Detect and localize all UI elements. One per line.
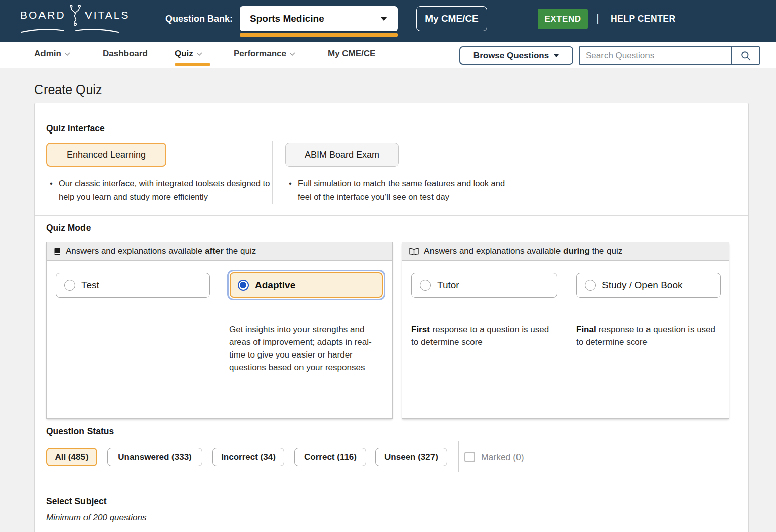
stethoscope-icon [68, 4, 83, 26]
question-bank-select[interactable]: Sports Medicine [240, 6, 398, 31]
create-quiz-card: Quiz Interface Enhanced Learning ABIM Bo… [34, 103, 749, 532]
open-book-icon [409, 248, 419, 255]
chevron-down-icon [380, 17, 387, 21]
adaptive-mode-option[interactable]: Adaptive [227, 270, 385, 300]
radio-unselected-icon[interactable] [64, 280, 75, 291]
study-description: Final response to a question is used to … [576, 323, 723, 348]
divider [35, 489, 748, 489]
question-status-heading: Question Status [46, 426, 114, 437]
status-filter-incorrect[interactable]: Incorrect (34) [212, 448, 284, 466]
divider [567, 261, 567, 418]
abim-board-exam-option[interactable]: ABIM Board Exam [285, 143, 399, 167]
help-center-link[interactable]: HELP CENTER [611, 14, 676, 24]
abim-description: Full simulation to match the same featur… [288, 176, 510, 204]
during-quiz-group: Answers and explanations available durin… [402, 242, 729, 419]
active-tab-underline [175, 63, 210, 66]
select-subject-heading: Select Subject [46, 496, 107, 507]
logo-vitals-text: VITALS [85, 9, 130, 21]
header-separator: | [596, 12, 599, 25]
main-nav: Admin Dashboard Quiz Performance My CME/… [0, 42, 776, 68]
chevron-down-icon [289, 52, 295, 56]
marked-label: Marked (0) [481, 452, 524, 463]
status-filter-correct[interactable]: Correct (116) [294, 448, 366, 466]
search-input[interactable] [580, 47, 731, 64]
logo-swoosh [20, 26, 119, 33]
divider [272, 141, 273, 204]
radio-unselected-icon[interactable] [585, 280, 596, 291]
chevron-down-icon [64, 52, 70, 56]
caret-down-icon [554, 54, 559, 57]
during-quiz-group-header: Answers and explanations available durin… [402, 242, 729, 261]
divider [220, 261, 220, 418]
quiz-mode-heading: Quiz Mode [46, 223, 91, 233]
chevron-down-icon [196, 52, 202, 56]
status-filter-unseen[interactable]: Unseen (327) [375, 448, 447, 466]
nav-item-quiz[interactable]: Quiz [175, 49, 202, 59]
quiz-interface-heading: Quiz Interface [46, 123, 105, 134]
search-icon [740, 50, 751, 61]
status-filter-all[interactable]: All (485) [46, 448, 97, 466]
nav-item-performance[interactable]: Performance [234, 49, 295, 59]
status-filter-unanswered[interactable]: Unanswered (333) [107, 448, 202, 466]
enhanced-learning-option[interactable]: Enhanced Learning [46, 143, 166, 167]
nav-item-dashboard[interactable]: Dashboard [103, 49, 148, 59]
extend-button[interactable]: EXTEND [538, 9, 588, 29]
test-mode-option[interactable]: Test [56, 273, 210, 298]
divider [35, 215, 748, 216]
search-button[interactable] [731, 47, 759, 64]
adaptive-description: Get insights into your strengths and are… [229, 323, 386, 374]
tutor-mode-option[interactable]: Tutor [411, 273, 557, 298]
radio-unselected-icon[interactable] [420, 280, 431, 291]
top-header: BOARD VITALS Question Bank: Sports Medic… [0, 0, 776, 42]
question-bank-accent-bar [240, 33, 398, 37]
question-bank-value: Sports Medicine [250, 13, 380, 24]
select-subject-note: Minimum of 200 questions [46, 513, 146, 523]
closed-book-icon [54, 247, 61, 256]
divider [458, 441, 459, 472]
question-bank-label: Question Bank: [165, 14, 233, 24]
browse-questions-button[interactable]: Browse Questions [459, 46, 573, 65]
boardvitals-logo[interactable]: BOARD VITALS [20, 4, 121, 37]
search-bar [579, 46, 760, 65]
enhanced-learning-description: Our classic interface, with integrated t… [49, 176, 271, 204]
logo-board-text: BOARD [20, 9, 66, 21]
after-quiz-group: Answers and explanations available after… [46, 242, 393, 419]
page-title: Create Quiz [34, 82, 102, 97]
radio-selected-icon[interactable] [238, 280, 249, 291]
nav-item-admin[interactable]: Admin [34, 49, 70, 59]
marked-checkbox[interactable] [464, 452, 475, 462]
my-cme-header-button[interactable]: My CME/CE [416, 6, 487, 31]
study-open-book-option[interactable]: Study / Open Book [576, 273, 721, 298]
after-quiz-group-header: Answers and explanations available after… [47, 242, 392, 261]
nav-item-my-cme[interactable]: My CME/CE [328, 49, 375, 59]
tutor-description: First response to a question is used to … [411, 323, 555, 348]
